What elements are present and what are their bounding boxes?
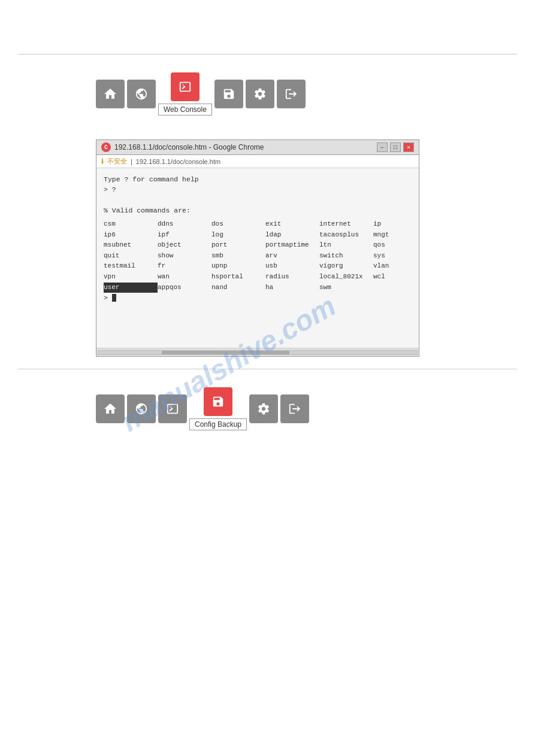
console-line-3 bbox=[104, 195, 412, 205]
cmd-exit: exit bbox=[265, 219, 319, 230]
console-line-1: Type ? for command help bbox=[104, 174, 412, 184]
save-icon-1 bbox=[222, 87, 235, 101]
cmd-wan: wan bbox=[158, 272, 211, 283]
home-button[interactable] bbox=[96, 80, 125, 108]
cmd-qos: qos bbox=[373, 240, 427, 251]
console-line-2: > ? bbox=[104, 184, 412, 195]
browser-window: C 192.168.1.1/doc/console.htm - Google C… bbox=[96, 139, 419, 357]
browser-addressbar: ℹ 不安全 | 192.168.1.1/doc/console.htm bbox=[96, 155, 419, 168]
security-icon: ℹ bbox=[101, 157, 104, 165]
webconsole-icon-2 bbox=[166, 402, 179, 415]
webconsole-icon bbox=[179, 80, 192, 93]
cmd-csm: csm bbox=[104, 219, 158, 230]
home-icon-2 bbox=[103, 402, 117, 416]
address-separator: | bbox=[131, 158, 132, 165]
firmware-icon-1 bbox=[253, 87, 267, 101]
console-prompt: > bbox=[104, 293, 412, 303]
firmware-button-1[interactable] bbox=[246, 80, 274, 108]
cmd-ldap: ldap bbox=[265, 230, 319, 241]
cmd-mngt: mngt bbox=[373, 230, 427, 241]
cmd-vlan: vlan bbox=[373, 261, 427, 272]
cmd-internet: internet bbox=[319, 219, 373, 230]
cmd-ltn: ltn bbox=[319, 240, 373, 251]
cmd-ipf: ipf bbox=[158, 230, 211, 241]
section-webconsole-toolbar: Web Console bbox=[0, 54, 535, 127]
cmd-portmaptime: portmaptime bbox=[265, 240, 319, 251]
cmd-hsportal: hsportal bbox=[211, 272, 265, 283]
cmd-ip: ip bbox=[373, 219, 427, 230]
cmd-ha: ha bbox=[265, 283, 319, 293]
cmd-usb: usb bbox=[265, 261, 319, 272]
cmd-tacaosplus: tacaosplus bbox=[319, 230, 373, 241]
maximize-button[interactable]: □ bbox=[390, 142, 401, 152]
cmd-upnp: upnp bbox=[211, 261, 265, 272]
cmd-swm: swm bbox=[319, 283, 373, 293]
configbackup-button-2[interactable] bbox=[204, 387, 232, 416]
browser-titlebar: C 192.168.1.1/doc/console.htm - Google C… bbox=[96, 140, 419, 155]
configbackup-tooltip: Config Backup bbox=[189, 418, 247, 430]
firmware-icon-2 bbox=[257, 402, 270, 415]
toolbar-2: Config Backup bbox=[96, 387, 535, 430]
browser-scrollbar[interactable] bbox=[96, 348, 419, 356]
cmd-empty bbox=[373, 283, 427, 293]
logout-icon-1 bbox=[285, 87, 298, 101]
toolbar-1: Web Console bbox=[96, 72, 535, 116]
close-button[interactable]: ✕ bbox=[403, 142, 414, 152]
webconsole-tooltip: Web Console bbox=[158, 104, 212, 116]
cmd-testmail: testmail bbox=[104, 261, 158, 272]
firmware-button-2[interactable] bbox=[249, 394, 278, 423]
scrollbar-track[interactable] bbox=[98, 350, 418, 355]
cmd-radius: radius bbox=[265, 272, 319, 283]
browser-title-left: C 192.168.1.1/doc/console.htm - Google C… bbox=[101, 142, 264, 152]
cmd-ip6: ip6 bbox=[104, 230, 158, 241]
cmd-nand: nand bbox=[211, 283, 265, 293]
save-icon-2 bbox=[211, 395, 225, 408]
browser-title-text: 192.168.1.1/doc/console.htm - Google Chr… bbox=[114, 143, 264, 151]
cmd-vpn: vpn bbox=[104, 272, 158, 283]
cmd-switch: switch bbox=[319, 251, 373, 262]
security-label: 不安全 bbox=[107, 157, 127, 166]
cmd-local8021x: local_8021x bbox=[319, 272, 373, 283]
browser-favicon: C bbox=[101, 142, 111, 152]
logout-button-2[interactable] bbox=[280, 394, 309, 423]
section-configbackup-toolbar: Config Backup bbox=[0, 369, 535, 442]
browser-section: C 192.168.1.1/doc/console.htm - Google C… bbox=[0, 127, 535, 369]
browser-content: Type ? for command help > ? % Valid comm… bbox=[96, 168, 419, 348]
cmd-vigorg: vigorg bbox=[319, 261, 373, 272]
console-line-4: % Valid commands are: bbox=[104, 205, 412, 215]
webconsole-button-2[interactable] bbox=[158, 394, 187, 423]
cmd-quit: quit bbox=[104, 251, 158, 262]
network-icon-2 bbox=[135, 402, 148, 415]
cmd-arv: arv bbox=[265, 251, 319, 262]
configbackup-tooltip-wrapper: Config Backup bbox=[189, 387, 247, 430]
cmd-log: log bbox=[211, 230, 265, 241]
cmd-smb: smb bbox=[211, 251, 265, 262]
cmd-port: port bbox=[211, 240, 265, 251]
cmd-show: show bbox=[158, 251, 211, 262]
cmd-ddns: ddns bbox=[158, 219, 211, 230]
webconsole-tooltip-wrapper: Web Console bbox=[158, 72, 212, 116]
logout-icon-2 bbox=[288, 402, 301, 415]
cmd-appqos: appqos bbox=[158, 283, 211, 293]
cmd-msubnet: msubnet bbox=[104, 240, 158, 251]
configbackup-button-1[interactable] bbox=[214, 80, 243, 108]
home-icon bbox=[103, 87, 117, 101]
cmd-fr: fr bbox=[158, 261, 211, 272]
home-button-2[interactable] bbox=[96, 394, 125, 423]
browser-url[interactable]: 192.168.1.1/doc/console.htm bbox=[136, 158, 220, 165]
browser-controls: – □ ✕ bbox=[377, 142, 414, 152]
logout-button-1[interactable] bbox=[277, 80, 306, 108]
cmd-wcl: wcl bbox=[373, 272, 427, 283]
minimize-button[interactable]: – bbox=[377, 142, 388, 152]
cmd-object: object bbox=[158, 240, 211, 251]
webconsole-button[interactable] bbox=[171, 72, 200, 101]
cmd-user: user bbox=[104, 283, 158, 293]
cmd-sys: sys bbox=[373, 251, 427, 262]
network-button-2[interactable] bbox=[127, 394, 156, 423]
network-button[interactable] bbox=[127, 80, 156, 108]
scrollbar-thumb[interactable] bbox=[162, 351, 289, 354]
commands-grid: csm ddns dos exit internet ip ip6 ipf lo… bbox=[104, 219, 412, 293]
cmd-dos: dos bbox=[211, 219, 265, 230]
network-icon bbox=[135, 87, 148, 101]
